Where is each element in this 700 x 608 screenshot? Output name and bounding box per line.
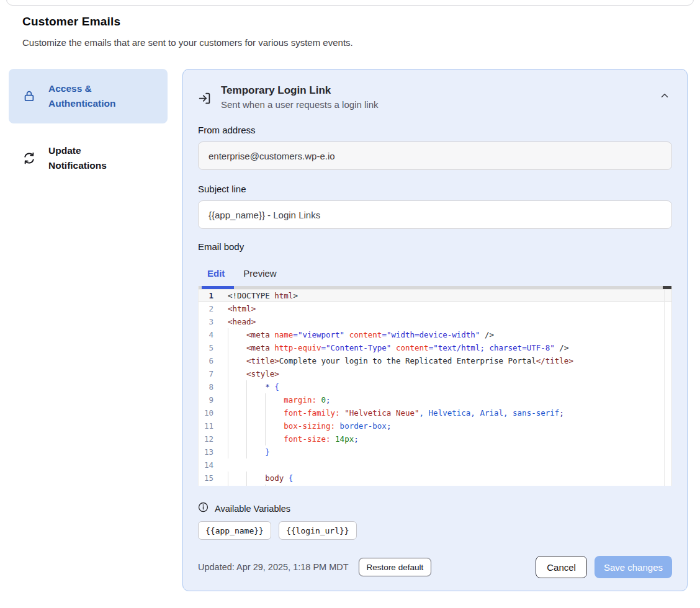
indent-guide [265,432,284,445]
sidebar-item-label: Access & Authentication [48,81,141,111]
line-number: 9 [199,393,213,406]
card-title: Temporary Login Link [221,84,657,97]
indent-guide [228,354,246,367]
login-arrow-icon [198,92,211,105]
code-line[interactable]: 15body { [199,472,671,485]
sidebar-item-access-authentication[interactable]: Access & Authentication [9,69,168,123]
indent-guide [246,419,265,432]
indent-guide [228,445,246,458]
subject-line-input[interactable] [198,200,672,229]
indent-guide [246,445,265,458]
code-line[interactable]: 13} [199,445,671,458]
subject-line-label: Subject line [198,184,672,194]
indent-guide [265,393,284,406]
chevron-up-icon [660,91,670,102]
code-line[interactable]: 6<title>Complete your login to the Repli… [199,354,671,367]
indent-guide [246,380,265,393]
indent-guide [246,393,265,406]
indent-guide [228,472,246,485]
email-template-card: Temporary Login Link Sent when a user re… [182,69,688,591]
indent-guide [246,472,265,485]
indent-guide [228,328,246,341]
indent-guide [246,485,265,486]
card-footer: Updated: Apr 29, 2025, 1:18 PM MDT Resto… [198,556,672,578]
line-number: 8 [199,380,213,393]
page-header: Customer Emails Customize the emails tha… [0,0,700,48]
active-tab-underline [202,286,234,289]
email-body-editor[interactable]: 1<!DOCTYPE html>2<html>3<head>4<meta nam… [198,286,672,486]
page-subtitle: Customize the emails that are sent to yo… [22,37,678,48]
indent-guide [228,419,246,432]
code-line[interactable]: 8* { [199,380,671,393]
line-number: 4 [199,328,213,341]
line-number: 15 [199,472,213,485]
indent-guide [228,432,246,445]
indent-guide [228,367,246,380]
code-line[interactable]: 9margin: 0; [199,393,671,406]
editor-tabs: EditPreview [198,261,672,286]
restore-default-button[interactable]: Restore default [359,558,432,576]
code-line[interactable]: 4<meta name="viewport" content="width=de… [199,328,671,341]
variable-chips: {{app_name}}{{login_url}} [198,521,672,540]
sidebar-item-update-notifications[interactable]: Update Notifications [9,135,168,182]
line-number: 5 [199,341,213,354]
save-changes-button[interactable]: Save changes [595,556,672,578]
line-number: 6 [199,354,213,367]
code-line[interactable]: 10font-family: "Helvetica Neue", Helveti… [199,406,671,419]
sidebar-item-label: Update Notifications [48,143,141,173]
line-number: 10 [199,406,213,419]
line-number: 12 [199,432,213,445]
sidebar: Access & Authentication Update Notificat… [9,69,168,182]
line-number: 2 [199,302,213,315]
available-variables-label: Available Variables [215,504,290,514]
info-icon [198,502,209,515]
cropped-card-above-border [6,0,694,6]
indent-guide [228,380,246,393]
indent-guide [265,419,284,432]
code-line[interactable]: 1<!DOCTYPE html> [199,289,671,302]
code-line[interactable]: 11box-sizing: border-box; [199,419,671,432]
editor-top-bar [199,286,671,289]
card-header: Temporary Login Link Sent when a user re… [198,84,672,110]
indent-guide [228,406,246,419]
cancel-button[interactable]: Cancel [536,556,587,578]
code-line[interactable]: 3<head> [199,315,671,328]
line-number: 3 [199,315,213,328]
code-line[interactable]: 2<html> [199,302,671,315]
page-title: Customer Emails [22,15,678,29]
lock-icon [22,89,36,103]
code-line[interactable]: 7<style> [199,367,671,380]
indent-guide [246,406,265,419]
code-line[interactable]: 12font-size: 14px; [199,432,671,445]
variable-chip[interactable]: {{login_url}} [279,521,357,540]
from-address-input[interactable] [198,141,672,170]
line-number: 13 [199,445,213,458]
indent-guide [246,432,265,445]
collapse-button[interactable] [657,88,672,105]
sync-icon [22,151,36,165]
tab-preview[interactable]: Preview [234,261,285,286]
line-number: 1 [199,289,213,302]
line-number: 16 [199,485,213,486]
indent-guide [265,406,284,419]
variable-chip[interactable]: {{app_name}} [198,521,271,540]
card-subtitle: Sent when a user requests a login link [221,99,657,110]
code-lines: 1<!DOCTYPE html>2<html>3<head>4<meta nam… [199,289,671,486]
line-number: 14 [199,458,213,472]
indent-guide [228,393,246,406]
code-line[interactable]: 5<meta http-equiv="Content-Type" content… [199,341,671,354]
indent-guide [228,341,246,354]
email-body-label: Email body [198,241,672,252]
from-address-label: From address [198,125,672,135]
updated-timestamp: Updated: Apr 29, 2025, 1:18 PM MDT [198,562,349,572]
line-number: 7 [199,367,213,380]
code-line[interactable]: 16background-color: #f0f0f0; [199,485,671,486]
tab-edit[interactable]: Edit [198,261,234,286]
code-line[interactable]: 14 [199,458,671,472]
indent-guide [228,485,246,486]
line-number: 11 [199,419,213,432]
indent-guide [265,485,284,486]
editor-scrollbar-track[interactable] [664,289,665,486]
